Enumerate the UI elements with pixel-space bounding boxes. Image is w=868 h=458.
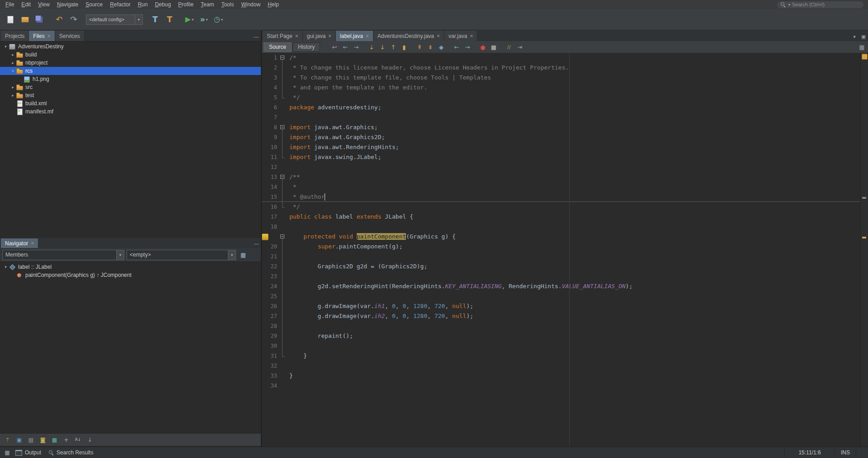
override-warning-icon[interactable]	[262, 234, 269, 240]
expand-toggle[interactable]: ▾	[10, 69, 16, 73]
expand-toggle[interactable]: ▾	[3, 265, 9, 269]
tab-list-icon[interactable]: ▾	[850, 32, 859, 41]
code-line[interactable]: 1−/*	[262, 53, 861, 63]
chevron-down-icon[interactable]: ▾	[788, 3, 790, 7]
toggle-bookmark-icon[interactable]	[436, 42, 446, 51]
config-select[interactable]: <default config> ▾	[86, 14, 143, 25]
code-line[interactable]: 31 }	[262, 351, 861, 361]
undo-icon[interactable]	[52, 13, 66, 26]
code-line[interactable]: 25	[262, 291, 861, 301]
chevron-down-icon[interactable]: ▾	[192, 18, 193, 22]
menu-view[interactable]: View	[34, 0, 53, 9]
line-number-cell[interactable]: 7	[262, 112, 279, 122]
code-line[interactable]: 20 super.paintComponent(g);	[262, 242, 861, 252]
code-line[interactable]: 27 g.drawImage(var.ih2, 0, 0, 1280, 720,…	[262, 311, 861, 321]
next-bookmark-icon[interactable]	[425, 42, 435, 51]
new-project-icon[interactable]	[18, 13, 32, 26]
menu-refactor[interactable]: Refactor	[106, 0, 134, 9]
close-icon[interactable]: ×	[295, 33, 298, 39]
show-fqn-icon[interactable]	[49, 435, 60, 444]
line-number-cell[interactable]: 21	[262, 252, 279, 262]
chevron-down-icon[interactable]: ▾	[228, 250, 236, 260]
expand-toggle[interactable]: ▸	[10, 93, 16, 98]
code-line[interactable]: 3 * To change this template file, choose…	[262, 73, 861, 83]
fold-indicator[interactable]: −	[279, 232, 286, 242]
menu-debug[interactable]: Debug	[151, 0, 175, 9]
find-prev-icon[interactable]	[388, 42, 398, 51]
tab-files[interactable]: Files×	[29, 31, 55, 41]
editor-body[interactable]: 1−/*2 * To change this license header, c…	[262, 53, 861, 447]
build-project-icon[interactable]	[148, 13, 162, 26]
view-history[interactable]: History	[292, 42, 320, 52]
line-number-cell[interactable]: 2	[262, 63, 279, 73]
tab-gui-java[interactable]: gui.java×	[303, 31, 336, 41]
line-number-cell[interactable]: 10	[262, 142, 279, 152]
code-line[interactable]: 5 */	[262, 93, 861, 103]
insert-mode[interactable]: INS	[835, 447, 856, 458]
shift-line-icon[interactable]	[514, 42, 525, 51]
expand-toggle[interactable]: ▾	[3, 44, 9, 49]
window-grid-icon[interactable]	[3, 449, 12, 457]
tree-item-adventuresdestiny[interactable]: ▾AdventuresDestiny	[0, 42, 261, 51]
code-line[interactable]: 6package adventuresdestiny;	[262, 103, 861, 112]
menu-team[interactable]: Team	[197, 0, 217, 9]
code-line[interactable]: 33}	[262, 371, 861, 381]
line-number-cell[interactable]: 22	[262, 262, 279, 271]
filter-select[interactable]: <empty> ▾	[127, 250, 236, 260]
toolbar-overflow-icon[interactable]	[857, 42, 867, 51]
show-fields-icon[interactable]	[14, 435, 24, 444]
tree-item-build-xml[interactable]: build.xml	[0, 99, 261, 107]
menu-run[interactable]: Run	[134, 0, 151, 9]
line-number-cell[interactable]: 13	[262, 172, 279, 182]
line-number-cell[interactable]: 11	[262, 152, 279, 162]
tree-item-rcs[interactable]: ▾rcs	[0, 67, 261, 75]
line-number-cell[interactable]: 33	[262, 371, 279, 381]
line-number-cell[interactable]: 31	[262, 351, 279, 361]
code-line[interactable]: 22 Graphics2D g2d = (Graphics2D)g;	[262, 262, 861, 271]
line-number-cell[interactable]: 18	[262, 222, 279, 232]
menu-tools[interactable]: Tools	[217, 0, 237, 9]
tab-adventuresdestiny-java[interactable]: AdventuresDestiny.java×	[373, 31, 444, 41]
line-number-cell[interactable]: 25	[262, 291, 279, 301]
tree-item-build[interactable]: ▸build	[0, 51, 261, 59]
code-line[interactable]: − protected void paintComponent(Graphics…	[262, 232, 861, 242]
filters-table-icon[interactable]: ▦	[238, 250, 248, 260]
line-number-cell[interactable]: 30	[262, 341, 279, 351]
close-icon[interactable]: ×	[437, 33, 440, 39]
prev-bookmark-icon[interactable]	[414, 42, 425, 51]
menu-navigate[interactable]: Navigate	[53, 0, 82, 9]
line-number-cell[interactable]: 4	[262, 83, 279, 93]
close-icon[interactable]: ×	[47, 33, 51, 39]
line-number-cell[interactable]: 23	[262, 271, 279, 281]
tree-item-h1-png[interactable]: h1.png	[0, 75, 261, 83]
line-number-cell[interactable]: 14	[262, 182, 279, 192]
line-number-cell[interactable]: 20	[262, 242, 279, 252]
code-line[interactable]: 14 *	[262, 182, 861, 192]
sort-source-icon[interactable]	[85, 435, 95, 444]
expand-toggle[interactable]: ▸	[10, 85, 16, 89]
prev-error-icon[interactable]	[451, 42, 462, 51]
stop-macro-icon[interactable]	[488, 42, 499, 51]
code-line[interactable]: 2 * To change this license header, choos…	[262, 63, 861, 73]
new-file-icon[interactable]	[4, 13, 17, 26]
maximize-view-icon[interactable]: ▣	[859, 32, 868, 41]
forward-icon[interactable]	[351, 42, 361, 51]
line-number-cell[interactable]: 1	[262, 53, 279, 63]
tree-item-test[interactable]: ▸test	[0, 91, 261, 99]
fold-indicator[interactable]: −	[279, 122, 286, 132]
toggle-comment-icon[interactable]	[504, 42, 514, 51]
profile-project-icon[interactable]: ▾	[212, 13, 225, 26]
line-number-cell[interactable]: 15	[262, 192, 279, 202]
line-number-cell[interactable]: 24	[262, 281, 279, 291]
code-line[interactable]: 9import java.awt.Graphics2D;	[262, 132, 861, 142]
code-line[interactable]: 7	[262, 112, 861, 122]
code-line[interactable]: 13−/**	[262, 172, 861, 182]
tab-label-java[interactable]: label.java×	[336, 31, 373, 41]
chevron-down-icon[interactable]: ▾	[206, 18, 208, 22]
stripe-mark[interactable]	[862, 237, 866, 238]
code-line[interactable]: 21	[262, 252, 861, 262]
window-tab-search-results[interactable]: Search Results	[48, 449, 93, 456]
run-project-icon[interactable]: ▾	[183, 13, 196, 26]
code-line[interactable]: 23	[262, 271, 861, 281]
menu-file[interactable]: File	[2, 0, 18, 9]
